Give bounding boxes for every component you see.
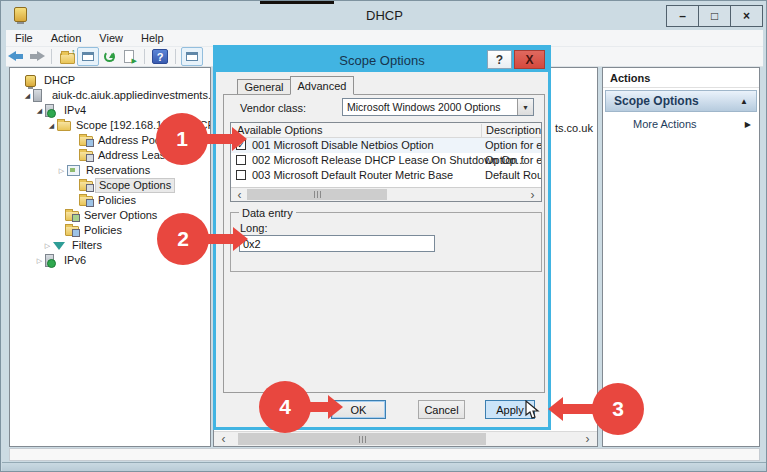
more-actions-label: More Actions xyxy=(633,118,697,130)
expanded-triangle-icon[interactable]: ◢ xyxy=(34,107,45,115)
expanded-triangle-icon[interactable]: ◢ xyxy=(46,122,57,130)
filters-funnel-icon xyxy=(53,242,69,250)
collapse-section-icon[interactable]: ▲ xyxy=(740,97,748,106)
scroll-left-button[interactable]: ‹ xyxy=(232,188,247,201)
help-icon xyxy=(152,49,168,64)
actions-section-title: Scope Options xyxy=(614,94,699,108)
column-description[interactable]: Description xyxy=(481,124,541,138)
dialog-title-bar: Scope Options ? X xyxy=(216,48,548,72)
checkbox-unchecked-icon[interactable] xyxy=(236,170,246,180)
annotation-step-1: 1 xyxy=(156,113,208,165)
scrollbar-grip-icon xyxy=(314,191,321,198)
title-bar: DHCP – □ × xyxy=(2,1,767,30)
annotation-arrowhead-3 xyxy=(548,397,563,421)
submenu-arrow-icon: ▶ xyxy=(745,120,751,129)
scope-folder-icon xyxy=(57,121,73,131)
collapsed-triangle-icon[interactable]: ▷ xyxy=(42,242,53,250)
show-action-pane-button[interactable] xyxy=(181,47,203,66)
help-button[interactable] xyxy=(150,48,170,66)
collapsed-triangle-icon[interactable]: ▷ xyxy=(34,257,45,265)
cancel-button[interactable]: Cancel xyxy=(418,400,465,419)
checkbox-unchecked-icon[interactable] xyxy=(236,155,246,165)
expanded-triangle-icon[interactable]: ◢ xyxy=(22,92,33,100)
up-one-level-button[interactable] xyxy=(57,48,77,66)
address-pool-icon xyxy=(79,136,95,146)
menu-action[interactable]: Action xyxy=(42,30,91,46)
tree-item-reservations[interactable]: ▷ Reservations xyxy=(10,163,210,178)
scrollbar-thumb[interactable] xyxy=(247,189,387,200)
menu-file[interactable]: File xyxy=(6,30,42,46)
address-leases-icon xyxy=(79,151,95,161)
policies-icon xyxy=(79,196,95,206)
annotation-arrowhead-4 xyxy=(328,395,343,419)
window-bottom-frame xyxy=(2,462,767,472)
scroll-left-button[interactable]: ‹ xyxy=(216,432,231,446)
more-actions-item[interactable]: More Actions ▶ xyxy=(603,114,759,134)
export-list-icon xyxy=(124,50,134,63)
server-options-icon xyxy=(65,211,81,221)
toolbar-separator xyxy=(144,49,145,64)
tree-item-scope-options[interactable]: Scope Options xyxy=(10,178,210,193)
back-arrow-icon xyxy=(8,51,25,62)
horizontal-scrollbar[interactable]: ‹ › xyxy=(214,431,597,446)
menu-view[interactable]: View xyxy=(90,30,132,46)
tab-general[interactable]: General xyxy=(237,79,291,95)
annotation-arrow-4 xyxy=(306,402,328,412)
option-row-001[interactable]: 001 Microsoft Disable Netbios Option Opt… xyxy=(231,138,541,153)
scope-options-icon xyxy=(79,181,95,191)
actions-header: Actions xyxy=(603,68,759,88)
actions-section-scope-options[interactable]: Scope Options ▲ xyxy=(605,90,757,112)
scrollbar-thumb[interactable] xyxy=(238,433,486,445)
action-pane-icon xyxy=(186,52,198,61)
refresh-icon xyxy=(104,51,115,62)
long-value-input[interactable] xyxy=(239,235,435,252)
list-horizontal-scrollbar[interactable]: ‹ › xyxy=(231,187,541,201)
show-console-tree-button[interactable] xyxy=(77,47,99,66)
policies-icon xyxy=(65,226,81,236)
list-header: Available Options Description xyxy=(231,123,541,138)
menu-help[interactable]: Help xyxy=(132,30,173,46)
cropped-text-artifact xyxy=(260,1,334,4)
export-list-button[interactable] xyxy=(119,48,139,66)
dropdown-arrow-icon[interactable]: ▼ xyxy=(517,99,533,115)
back-button[interactable] xyxy=(6,48,26,66)
tree-item-dhcp-root[interactable]: DHCP xyxy=(10,73,210,88)
toolbar-separator xyxy=(175,49,176,64)
window-controls: – □ × xyxy=(667,5,763,27)
annotation-step-4: 4 xyxy=(259,381,311,433)
scope-options-dialog: Scope Options ? X General Advanced Vendo… xyxy=(213,45,551,430)
server-icon xyxy=(33,89,49,102)
close-button[interactable]: × xyxy=(730,5,763,27)
dialog-controls: ? X xyxy=(487,50,545,69)
reservations-icon xyxy=(67,165,83,176)
vendor-class-dropdown[interactable]: Microsoft Windows 2000 Options ▼ xyxy=(342,98,534,116)
maximize-button[interactable]: □ xyxy=(698,5,731,27)
tab-advanced[interactable]: Advanced xyxy=(290,76,354,95)
folder-up-icon xyxy=(60,53,75,64)
dialog-help-button[interactable]: ? xyxy=(487,50,512,69)
scrollbar-grip-icon xyxy=(359,436,366,443)
mouse-cursor-icon xyxy=(525,400,541,420)
column-available-options[interactable]: Available Options xyxy=(237,124,322,136)
option-row-003[interactable]: 003 Microsoft Default Router Metric Base… xyxy=(231,168,541,183)
console-window-icon xyxy=(82,52,94,61)
available-options-list: Available Options Description 001 Micros… xyxy=(230,122,542,202)
vendor-class-label: Vendor class: xyxy=(240,102,306,114)
dhcp-console-window: DHCP – □ × File Action View Help xyxy=(0,0,767,472)
refresh-button[interactable] xyxy=(99,48,119,66)
forward-button[interactable] xyxy=(26,48,46,66)
dialog-close-button[interactable]: X xyxy=(514,50,545,69)
data-entry-group: Data entry Long: xyxy=(230,212,542,272)
collapsed-triangle-icon[interactable]: ▷ xyxy=(56,167,67,175)
option-row-002[interactable]: 002 Microsoft Release DHCP Lease On Shut… xyxy=(231,153,541,168)
dialog-title: Scope Options xyxy=(339,53,424,68)
scroll-right-button[interactable]: › xyxy=(580,432,595,446)
vendor-class-value: Microsoft Windows 2000 Options xyxy=(343,101,517,113)
tree-item-server[interactable]: ◢ aiuk-dc.aiuk.appliedinvestments.co.uk xyxy=(10,88,210,103)
annotation-arrowhead-1 xyxy=(232,127,247,151)
annotation-arrow-1 xyxy=(204,134,232,144)
scroll-right-button[interactable]: › xyxy=(525,188,540,201)
status-strip xyxy=(9,448,760,461)
tree-item-policies-scope[interactable]: Policies xyxy=(10,193,210,208)
minimize-button[interactable]: – xyxy=(666,5,699,27)
